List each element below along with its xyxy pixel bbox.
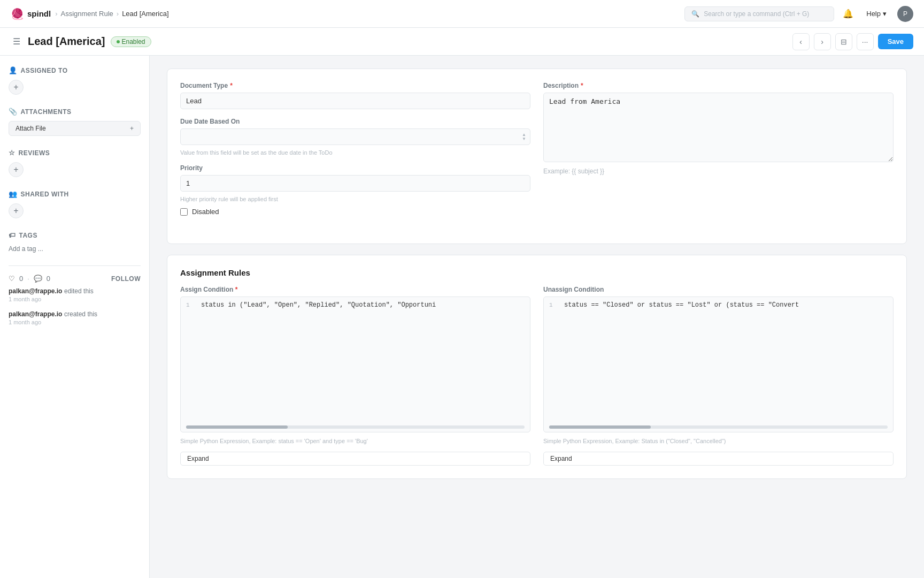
top-nav: 🧶 spindl › Assignment Rule › Lead [Ameri… [0, 0, 924, 28]
unassign-line-num: 1 [549, 301, 558, 308]
nav-left: 🧶 spindl › Assignment Rule › Lead [Ameri… [11, 7, 169, 20]
help-chevron-icon: ▾ [883, 10, 887, 18]
description-textarea[interactable]: Lead from America [543, 93, 894, 162]
disabled-checkbox-row: Disabled [180, 208, 530, 216]
sidebar-toggle-button[interactable]: ☰ [11, 34, 22, 49]
form-group-description: Description * Lead from America Example:… [543, 82, 894, 175]
like-count: 0 [19, 275, 23, 283]
sidebar: 👤 Assigned To + 📎 Attachments Attach Fil… [0, 56, 150, 578]
assign-condition-group: Assign Condition * 1 status in ("Lead", … [180, 286, 530, 466]
tags-title: 🏷 Tags [9, 231, 141, 239]
due-date-select[interactable] [180, 128, 530, 145]
next-button[interactable]: › [814, 33, 831, 50]
logo-icon: 🧶 [11, 7, 24, 20]
unassign-condition-body[interactable]: 1 status == "Closed" or status == "Lost"… [544, 297, 893, 425]
help-button[interactable]: Help ▾ [862, 7, 891, 20]
form-group-priority: Priority Higher priority rule will be ap… [180, 164, 530, 202]
form-card-assignment-rules: Assignment Rules Assign Condition * 1 st… [167, 255, 907, 479]
due-date-select-wrapper: ▲▼ [180, 128, 530, 145]
add-shared-with-button[interactable]: + [9, 203, 24, 218]
shared-with-title: 👥 Shared With [9, 190, 141, 198]
search-bar[interactable]: 🔍 Search or type a command (Ctrl + G) [684, 6, 834, 21]
more-button[interactable]: ··· [857, 33, 874, 50]
assignment-rules-heading: Assignment Rules [180, 268, 894, 277]
unassign-expand-button[interactable]: Expand [543, 452, 894, 466]
add-review-button[interactable]: + [9, 162, 24, 177]
comment-icon: 💬 [34, 275, 42, 283]
like-icon: ♡ [9, 275, 15, 283]
search-icon: 🔍 [691, 10, 699, 18]
assign-condition-editor[interactable]: 1 status in ("Lead", "Open", "Replied", … [180, 296, 530, 432]
unassign-condition-hint: Simple Python Expression, Example: Statu… [543, 438, 894, 444]
document-type-input[interactable] [180, 93, 530, 109]
form-card-main: Document Type * Due Date Based On [167, 69, 907, 244]
assign-scrollbar[interactable] [186, 425, 525, 429]
form-group-document-type: Document Type * [180, 82, 530, 109]
shared-with-icon: 👥 [9, 190, 18, 198]
prev-button[interactable]: ‹ [792, 33, 810, 50]
form-row-top: Document Type * Due Date Based On [180, 82, 894, 220]
user-avatar[interactable]: P [897, 6, 913, 22]
follow-button[interactable]: FOLLOW [111, 275, 141, 283]
due-date-label: Due Date Based On [180, 118, 530, 125]
attach-plus-icon: + [130, 125, 134, 132]
activity-item-2: palkan@frappe.io created this 1 month ag… [9, 310, 141, 325]
unassign-condition-editor[interactable]: 1 status == "Closed" or status == "Lost"… [543, 296, 894, 432]
status-dot [117, 40, 120, 43]
disabled-label[interactable]: Disabled [192, 208, 219, 216]
reviews-title: ☆ Reviews [9, 149, 141, 157]
print-button[interactable]: ⊟ [835, 33, 852, 50]
logo[interactable]: 🧶 spindl [11, 7, 51, 20]
priority-input[interactable] [180, 175, 530, 192]
sidebar-assigned-to: 👤 Assigned To + [9, 66, 141, 95]
form-col-right: Description * Lead from America Example:… [543, 82, 894, 220]
breadcrumb-current: Lead [America] [122, 10, 168, 18]
unassign-condition-label: Unassign Condition [543, 286, 894, 293]
activity-time-2: 1 month ago [9, 319, 141, 325]
assign-line-num: 1 [186, 301, 195, 308]
activity-user-1[interactable]: palkan@frappe.io [9, 287, 62, 295]
sidebar-tags: 🏷 Tags Add a tag ... [9, 231, 141, 253]
unassign-code-line-1: 1 status == "Closed" or status == "Lost"… [544, 297, 893, 314]
breadcrumb-assignment-rule[interactable]: Assignment Rule [61, 10, 113, 18]
status-badge: Enabled [111, 36, 151, 47]
assigned-to-icon: 👤 [9, 66, 18, 74]
more-icon: ··· [862, 37, 868, 46]
sidebar-divider [9, 265, 141, 266]
tags-icon: 🏷 [9, 231, 16, 239]
activity-user-2[interactable]: palkan@frappe.io [9, 310, 62, 318]
form-col-left: Document Type * Due Date Based On [180, 82, 530, 220]
assign-code-line-1: 1 status in ("Lead", "Open", "Replied", … [181, 297, 530, 314]
assigned-to-title: 👤 Assigned To [9, 66, 141, 74]
content-area: Document Type * Due Date Based On [150, 56, 924, 578]
help-label: Help [866, 10, 881, 18]
disabled-checkbox[interactable] [180, 208, 188, 216]
reviews-icon: ☆ [9, 149, 16, 157]
required-star-assign: * [235, 286, 238, 293]
save-button[interactable]: Save [878, 34, 913, 49]
comment-count: 0 [47, 275, 50, 283]
required-star-desc: * [581, 82, 583, 89]
search-placeholder: Search or type a command (Ctrl + G) [704, 10, 809, 18]
add-tag-link[interactable]: Add a tag ... [9, 245, 43, 253]
form-group-due-date: Due Date Based On ▲▼ Value from this fie… [180, 118, 530, 156]
breadcrumb-sep-1: › [55, 10, 57, 18]
priority-hint: Higher priority rule will be applied fir… [180, 196, 530, 202]
unassign-code-content: status == "Closed" or status == "Lost" o… [564, 301, 799, 309]
unassign-scrollbar[interactable] [549, 425, 888, 429]
attach-file-button[interactable]: Attach File + [9, 121, 141, 136]
due-date-hint: Value from this field will be set as the… [180, 149, 530, 156]
assign-condition-hint: Simple Python Expression, Example: statu… [180, 438, 530, 444]
assign-condition-body[interactable]: 1 status in ("Lead", "Open", "Replied", … [181, 297, 530, 425]
assign-expand-button[interactable]: Expand [180, 452, 530, 466]
add-assigned-to-button[interactable]: + [9, 80, 24, 95]
unassign-condition-group: Unassign Condition 1 status == "Closed" … [543, 286, 894, 466]
notification-button[interactable]: 🔔 [841, 6, 856, 21]
page-actions: ‹ › ⊟ ··· Save [792, 33, 913, 50]
priority-label: Priority [180, 164, 530, 172]
assign-code-content: status in ("Lead", "Open", "Replied", "Q… [201, 301, 436, 309]
code-editors-row: Assign Condition * 1 status in ("Lead", … [180, 286, 894, 466]
main-layout: 👤 Assigned To + 📎 Attachments Attach Fil… [0, 56, 924, 578]
activity-time-1: 1 month ago [9, 296, 141, 302]
required-star-doc: * [230, 82, 233, 89]
